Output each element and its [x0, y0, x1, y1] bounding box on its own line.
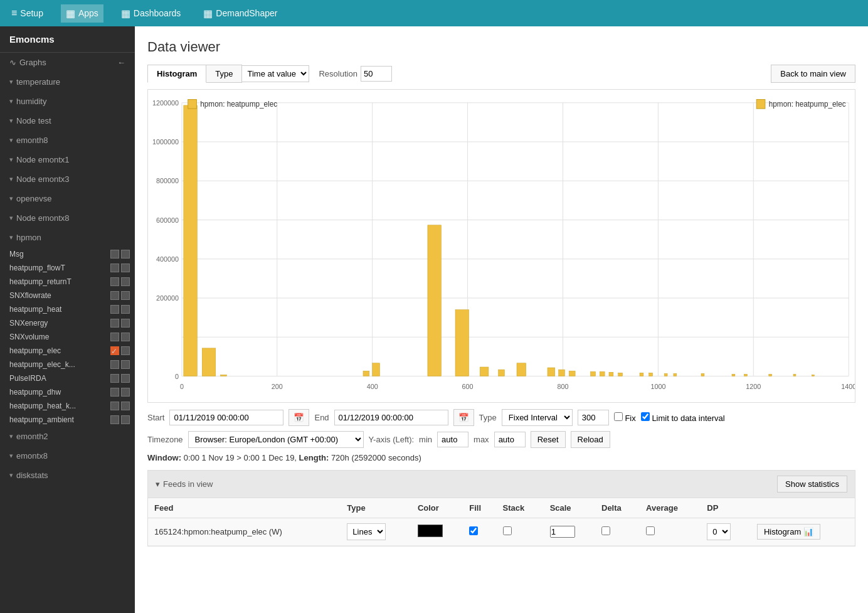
sidebar-feed-heatpump-returnt[interactable]: heatpump_returnT [0, 275, 135, 289]
tab-histogram[interactable]: Histogram [147, 65, 206, 83]
sidebar-node-emontx3[interactable]: ▾ Node emontx3 [0, 169, 135, 189]
fix-checkbox[interactable] [614, 412, 623, 421]
average-checkbox[interactable] [646, 526, 655, 535]
sidebar-emonth2[interactable]: ▾ emonth2 [0, 427, 135, 446]
back-main-view-button[interactable]: Back to main view [771, 65, 855, 83]
interval-input[interactable] [578, 410, 609, 425]
feed-cb2[interactable] [121, 360, 130, 369]
reload-button[interactable]: Reload [571, 431, 610, 448]
chevron-icon: ▾ [9, 78, 13, 86]
feed-scale [544, 518, 595, 546]
col-delta: Delta [595, 498, 640, 518]
feed-cb1[interactable] [110, 374, 119, 383]
feed-cb1[interactable] [110, 388, 119, 397]
time-at-value-select[interactable]: Time at value [241, 65, 309, 82]
sidebar-feed-heatpump-heat-k[interactable]: heatpump_heat_k... [0, 399, 135, 413]
feed-cb1[interactable] [110, 415, 119, 424]
feed-cb2[interactable] [121, 291, 130, 300]
feed-cb1[interactable] [110, 277, 119, 286]
feed-cb1[interactable] [110, 360, 119, 369]
sidebar-feed-heatpump-flowt[interactable]: heatpump_flowT [0, 261, 135, 275]
sidebar-feed-heatpump-ambient[interactable]: heatpump_ambient [0, 413, 135, 427]
tilde-icon: ∿ [9, 58, 16, 67]
svg-rect-57 [812, 375, 814, 376]
feed-cb2[interactable] [121, 388, 130, 397]
feed-cb2[interactable] [121, 346, 130, 355]
min-input[interactable] [437, 432, 468, 447]
nav-setup[interactable]: ≡ Setup [6, 4, 48, 22]
svg-text:800: 800 [558, 383, 569, 390]
feed-cb2[interactable] [121, 319, 130, 328]
nav-demandshaper[interactable]: ▦ DemandShaper [198, 4, 282, 23]
sidebar-feed-snxenergy[interactable]: SNXenergy [0, 316, 135, 330]
delta-checkbox[interactable] [601, 526, 610, 535]
nav-apps[interactable]: ▦ Apps [61, 4, 103, 23]
feed-cb2[interactable] [121, 402, 130, 410]
collapse-icon[interactable]: ▾ [156, 479, 160, 489]
sidebar-graphs[interactable]: ∿ Graphs ← [0, 53, 135, 72]
start-date-input[interactable] [169, 410, 283, 425]
sidebar-emontx8[interactable]: ▾ emontx8 [0, 446, 135, 466]
show-statistics-button[interactable]: Show statistics [777, 476, 847, 493]
sidebar-node-emontx1[interactable]: ▾ Node emontx1 [0, 150, 135, 169]
feed-cb2[interactable] [121, 250, 130, 259]
feed-checkboxes [110, 291, 130, 300]
sidebar-node-test[interactable]: ▾ Node test [0, 111, 135, 131]
max-input[interactable] [494, 432, 526, 447]
feed-cb2[interactable] [121, 305, 130, 314]
sidebar-hpmon[interactable]: ▾ hpmon [0, 228, 135, 247]
sidebar-item-label: Node emontx1 [16, 155, 70, 164]
sidebar-feed-pulseirda[interactable]: PulseIRDA [0, 371, 135, 385]
end-date-input[interactable] [334, 410, 448, 425]
feed-label: heatpump_flowT [9, 264, 65, 272]
sidebar-feed-heatpump-elec[interactable]: heatpump_elec ✓ [0, 344, 135, 358]
sidebar-openevse[interactable]: ▾ openevse [0, 189, 135, 208]
sidebar-feed-heatpump-dhw[interactable]: heatpump_dhw [0, 385, 135, 399]
sidebar-humidity[interactable]: ▾ humidity [0, 92, 135, 111]
feed-cb1[interactable] [110, 305, 119, 314]
sidebar-feed-msg[interactable]: Msg [0, 247, 135, 261]
feed-cb2[interactable] [121, 374, 130, 383]
tab-type[interactable]: Type [206, 65, 242, 83]
end-calendar-button[interactable]: 📅 [453, 409, 474, 426]
sidebar-feed-heatpump-heat[interactable]: heatpump_heat [0, 302, 135, 316]
color-swatch[interactable] [418, 525, 443, 537]
limit-interval-checkbox[interactable] [641, 412, 650, 421]
feed-name: 165124:hpmon:heatpump_elec (W) [148, 518, 341, 546]
sidebar-temperature[interactable]: ▾ temperature [0, 72, 135, 92]
fill-checkbox[interactable] [469, 526, 478, 535]
topnav: ≡ Setup ▦ Apps ▦ Dashboards ▦ DemandShap… [0, 0, 868, 26]
feed-cb1[interactable] [110, 264, 119, 272]
timezone-select[interactable]: Browser: Europe/London (GMT +00:00) [188, 431, 364, 448]
sidebar-emonth8[interactable]: ▾ emonth8 [0, 131, 135, 150]
sidebar-feed-heatpump-elec-k[interactable]: heatpump_elec_k... [0, 358, 135, 371]
feed-cb1[interactable] [110, 291, 119, 300]
viz-histogram-button[interactable]: Histogram 📊 [757, 524, 820, 540]
nav-dashboards[interactable]: ▦ Dashboards [116, 4, 186, 23]
sidebar-diskstats[interactable]: ▾ diskstats [0, 466, 135, 485]
chevron-icon: ▾ [9, 175, 13, 183]
feeds-table: Feed Type Color Fill Stack Scale Delta A… [148, 498, 855, 546]
sidebar-feed-snxvolume[interactable]: SNXvolume [0, 330, 135, 344]
svg-text:200: 200 [272, 383, 283, 390]
feed-cb2[interactable] [121, 415, 130, 424]
feed-cb1[interactable] [110, 402, 119, 410]
feed-cb1[interactable]: ✓ [110, 346, 119, 355]
sidebar-feed-snxflowrate[interactable]: SNXflowrate [0, 289, 135, 302]
feed-cb2[interactable] [121, 264, 130, 272]
scale-input[interactable] [550, 526, 575, 538]
graphs-back-arrow[interactable]: ← [117, 58, 125, 67]
stack-checkbox[interactable] [503, 526, 512, 535]
feed-cb1[interactable] [110, 333, 119, 341]
dp-select[interactable]: 0 [707, 523, 731, 540]
feed-cb2[interactable] [121, 333, 130, 341]
sidebar-node-emontx8[interactable]: ▾ Node emontx8 [0, 208, 135, 228]
reset-button[interactable]: Reset [531, 431, 566, 448]
resolution-input[interactable] [361, 66, 392, 82]
feed-cb1[interactable] [110, 319, 119, 328]
feed-type-select[interactable]: Lines [347, 523, 386, 540]
feed-cb1[interactable] [110, 250, 119, 259]
type-select[interactable]: Fixed Interval [502, 409, 573, 426]
feed-cb2[interactable] [121, 277, 130, 286]
start-calendar-button[interactable]: 📅 [288, 409, 309, 426]
